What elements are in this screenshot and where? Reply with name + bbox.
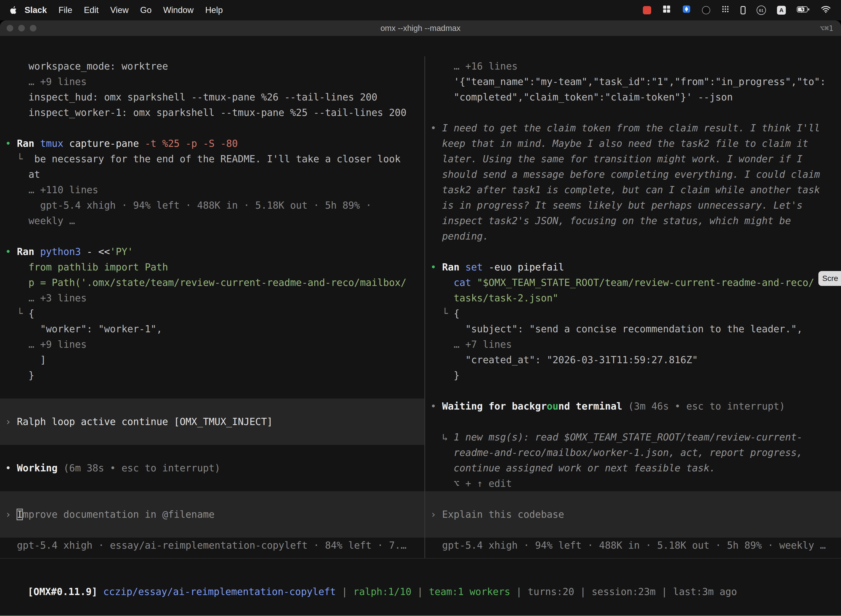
- terminal-line: [0, 476, 424, 491]
- phone-icon[interactable]: [741, 6, 746, 14]
- terminal-line: later. Using the same for transition mig…: [425, 151, 841, 167]
- terminal-line: … +9 lines: [0, 74, 424, 89]
- blue-app-icon[interactable]: [682, 5, 691, 16]
- terminal-line: • Ran set -euo pipefail: [425, 260, 841, 275]
- terminal-line: "subject": "send a concise recommendatio…: [425, 321, 841, 337]
- omx-status-line: [OMX#0.11.9] cczip/essay/ai-reimplementa…: [0, 569, 841, 584]
- terminal-line: is in progress? It seems likely but perh…: [425, 198, 841, 213]
- terminal-line: from pathlib import Path: [0, 260, 424, 275]
- grid-icon[interactable]: [662, 5, 671, 16]
- terminal-line: at: [0, 167, 424, 182]
- terminal-line: [425, 491, 841, 507]
- screen-overlay-label: Scre: [822, 274, 838, 283]
- separator: |: [574, 586, 592, 597]
- close-button[interactable]: [7, 25, 13, 31]
- menu-item-window[interactable]: Window: [157, 5, 199, 15]
- terminal-line: … +7 lines: [425, 337, 841, 352]
- a-app-label: A: [779, 7, 783, 13]
- minimize-button[interactable]: [18, 25, 25, 31]
- terminal-line: gpt-5.4 xhigh · 94% left · 488K in · 5.1…: [0, 198, 424, 213]
- omx-turns: turns:20: [528, 586, 574, 597]
- omx-ralph-counter: ralph:1/10: [353, 586, 412, 597]
- circle-app-icon[interactable]: [702, 6, 710, 14]
- terminal-line: … +3 lines: [0, 290, 424, 306]
- prompt-input-line[interactable]: › Explain this codebase: [425, 507, 841, 522]
- separator: |: [510, 586, 527, 597]
- terminal-window: omx --xhigh --madmax ⌥⌘1 workspace_mode:…: [0, 21, 841, 616]
- omx-last-activity: last:3m ago: [673, 586, 737, 597]
- menu-item-file[interactable]: File: [53, 5, 78, 15]
- terminal-line: [0, 229, 424, 244]
- menu-item-go[interactable]: Go: [134, 5, 157, 15]
- terminal-line: cat "$OMX_TEAM_STATE_ROOT/team/review-cu…: [425, 275, 841, 290]
- panes-bottom-rule: [0, 558, 841, 559]
- terminal-line: gpt-5.4 xhigh · essay/ai-reimplementatio…: [0, 538, 424, 553]
- terminal-line: • I need to get the claim token from the…: [425, 120, 841, 136]
- terminal-line: • Working (6m 38s • esc to interrupt): [0, 461, 424, 476]
- terminal-line: "created_at": "2026-03-31T11:59:27.816Z": [425, 352, 841, 368]
- terminal-line: [425, 244, 841, 260]
- apple-logo-icon[interactable]: [10, 6, 17, 14]
- omx-team-workers: team:1 workers: [429, 586, 510, 597]
- menu-bar-status-icons: 61 A: [643, 5, 831, 16]
- battery-percent-icon[interactable]: 61: [757, 6, 766, 15]
- terminal-line: '{"team_name":"my-team","task_id":"1","f…: [425, 74, 841, 89]
- terminal-line: }: [0, 368, 424, 383]
- terminal-line: gpt-5.4 xhigh · 94% left · 488K in · 5.1…: [425, 538, 841, 553]
- terminal-line: └ {: [0, 306, 424, 321]
- terminal-line: [0, 430, 424, 445]
- terminal-line: pending.: [425, 229, 841, 244]
- terminal-line: weekly …: [0, 213, 424, 229]
- a-app-icon[interactable]: A: [777, 6, 786, 15]
- terminal-line: ↳ 1 new msg(s): read $OMX_TEAM_STATE_ROO…: [425, 430, 841, 445]
- right-pane[interactable]: … +16 lines '{"team_name":"my-team","tas…: [425, 56, 841, 558]
- terminal-line: [0, 491, 424, 507]
- dots-grid-icon[interactable]: [721, 5, 730, 15]
- terminal-line: [0, 120, 424, 136]
- terminal-line: • Ran python3 - <<'PY': [0, 244, 424, 260]
- terminal-line: [0, 445, 424, 461]
- separator: |: [336, 586, 353, 597]
- menu-item-help[interactable]: Help: [199, 5, 229, 15]
- terminal-line: inspect_worker-1: omx sparkshell --tmux-…: [0, 105, 424, 120]
- terminal-line: [0, 522, 424, 538]
- terminal-line: inspect task2's JSON, focusing on the st…: [425, 213, 841, 229]
- terminal-line: [425, 414, 841, 430]
- menu-bar: Slack File Edit View Go Window Help 61 A: [0, 0, 841, 21]
- zoom-button[interactable]: [30, 25, 37, 31]
- terminal-line: readme-and-reco/mailbox/worker-1.json, a…: [425, 445, 841, 461]
- menu-item-edit[interactable]: Edit: [78, 5, 104, 15]
- terminal-line: workspace_mode: worktree: [0, 59, 424, 74]
- terminal-line: [0, 383, 424, 399]
- terminal-line: └ {: [425, 306, 841, 321]
- menu-item-view[interactable]: View: [104, 5, 134, 15]
- terminal-line: [425, 105, 841, 120]
- omx-session-path: cczip/essay/ai-reimplementation-copyleft: [103, 586, 336, 597]
- screen-overlay[interactable]: Scre: [818, 271, 841, 286]
- left-pane[interactable]: workspace_mode: worktree … +9 lines insp…: [0, 56, 424, 558]
- terminal-line: p = Path('.omx/state/team/review-current…: [0, 275, 424, 290]
- window-title-bar[interactable]: omx --xhigh --madmax ⌥⌘1: [0, 21, 841, 36]
- terminal-line: }: [425, 368, 841, 383]
- window-shortcut-hint: ⌥⌘1: [820, 24, 833, 32]
- terminal-line: keep that in mind. Maybe I also need the…: [425, 136, 841, 151]
- wifi-icon[interactable]: [820, 5, 831, 15]
- battery-percent-value: 61: [759, 8, 764, 13]
- prompt-input-line[interactable]: › Improve documentation in @filename: [0, 507, 424, 522]
- traffic-lights: [7, 21, 37, 36]
- battery-charging-icon[interactable]: [797, 5, 810, 15]
- separator: |: [656, 586, 673, 597]
- terminal-line: [425, 522, 841, 538]
- terminal-line: • Ran tmux capture-pane -t %25 -p -S -80: [0, 136, 424, 151]
- terminal-line: should send a message before completing …: [425, 167, 841, 182]
- terminal-line: "worker": "worker-1",: [0, 321, 424, 337]
- omx-session-time: session:23m: [592, 586, 656, 597]
- terminal-line: › Ralph loop active continue [OMX_TMUX_I…: [0, 414, 424, 430]
- menu-app-name[interactable]: Slack: [19, 5, 53, 15]
- terminal-line: ]: [0, 352, 424, 368]
- terminal-line: … +110 lines: [0, 182, 424, 198]
- record-stop-icon[interactable]: [643, 6, 651, 14]
- terminal-line: … +16 lines: [425, 59, 841, 74]
- terminal-line: [0, 399, 424, 414]
- terminal-line: "completed","claim_token":"claim-token"}…: [425, 89, 841, 105]
